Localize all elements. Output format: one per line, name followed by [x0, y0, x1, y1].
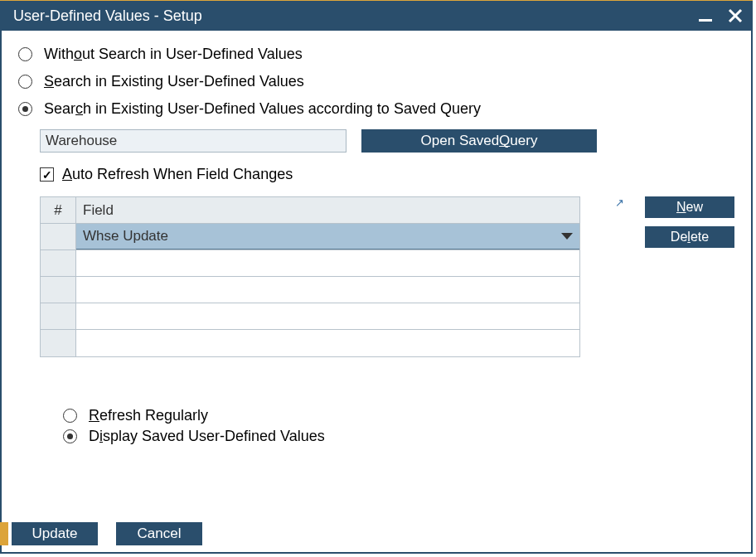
side-buttons: New Delete [645, 196, 734, 248]
minimize-icon[interactable] [696, 7, 715, 25]
update-button[interactable]: Update [12, 522, 98, 545]
row-field-cell[interactable] [76, 330, 579, 356]
fields-table: # Field Whse Update [40, 196, 580, 357]
row-hash [41, 224, 76, 249]
refresh-mode-group: Refresh Regularly Display Saved User-Def… [63, 407, 734, 445]
radio-icon[interactable] [63, 409, 77, 423]
row-hash [41, 303, 76, 329]
radio-search-saved-query[interactable]: Search in Existing User-Defined Values a… [18, 100, 734, 118]
row-hash [41, 277, 76, 303]
client-area: Without Search in User-Defined Values Se… [2, 31, 751, 552]
row-hash [41, 330, 76, 356]
radio-label: Search in Existing User-Defined Values [44, 73, 304, 90]
new-button[interactable]: New [645, 196, 734, 218]
radio-display-saved-values[interactable]: Display Saved User-Defined Values [63, 428, 734, 445]
radio-icon[interactable] [18, 47, 32, 61]
window: User-Defined Values - Setup Without Sear… [0, 0, 753, 554]
radio-label: Display Saved User-Defined Values [89, 428, 325, 445]
chevron-down-icon[interactable] [561, 233, 573, 240]
table-row[interactable] [41, 250, 579, 277]
table-row[interactable]: Whse Update [41, 224, 579, 250]
radio-icon[interactable] [18, 102, 32, 116]
table-area: # Field Whse Update [40, 196, 734, 357]
col-header-hash: # [41, 197, 76, 223]
row-field-cell[interactable]: Whse Update [76, 224, 579, 249]
radio-icon[interactable] [63, 429, 77, 443]
table-row[interactable] [41, 303, 579, 330]
radio-label: Search in Existing User-Defined Values a… [44, 100, 481, 118]
checkbox-icon[interactable] [40, 167, 54, 182]
open-saved-query-button[interactable]: Open Saved Query [361, 129, 597, 153]
row-field-cell[interactable] [76, 250, 579, 276]
radio-refresh-regularly[interactable]: Refresh Regularly [63, 407, 734, 424]
col-header-field: Field [76, 197, 579, 223]
radio-search-existing[interactable]: Search in Existing User-Defined Values [18, 73, 734, 90]
window-controls [696, 7, 744, 25]
table-row[interactable] [41, 277, 579, 303]
radio-label: Without Search in User-Defined Values [44, 46, 303, 63]
row-hash [41, 250, 76, 276]
bottom-buttons: Update Cancel [2, 522, 202, 545]
query-name-input[interactable] [40, 129, 346, 153]
radio-label: Refresh Regularly [89, 407, 208, 424]
auto-refresh-checkbox-row[interactable]: Auto Refresh When Field Changes [40, 166, 734, 183]
row-field-cell[interactable] [76, 277, 579, 303]
delete-button[interactable]: Delete [645, 226, 734, 248]
radio-icon[interactable] [18, 75, 32, 89]
cancel-button[interactable]: Cancel [116, 522, 202, 545]
checkbox-label: Auto Refresh When Field Changes [62, 166, 293, 183]
window-title: User-Defined Values - Setup [13, 7, 202, 25]
table-row[interactable] [41, 330, 579, 356]
accent-bar [0, 522, 8, 545]
query-row: Open Saved Query [40, 129, 734, 153]
row-field-cell[interactable] [76, 303, 579, 329]
radio-without-search[interactable]: Without Search in User-Defined Values [18, 46, 734, 63]
table-header-row: # Field [41, 197, 579, 224]
titlebar: User-Defined Values - Setup [2, 1, 751, 31]
expand-icon[interactable]: ↗ [615, 196, 624, 209]
row-field-value: Whse Update [83, 228, 168, 245]
close-icon[interactable] [726, 7, 744, 25]
svg-rect-0 [699, 19, 712, 22]
